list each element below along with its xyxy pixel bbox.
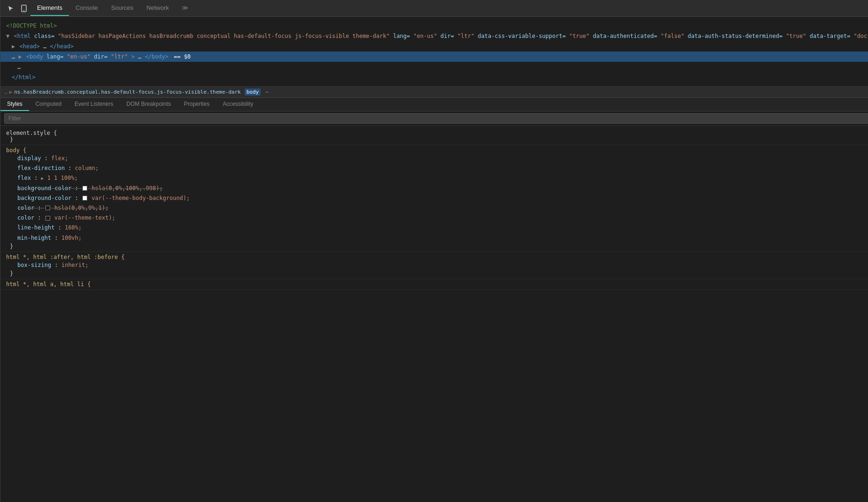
html-star-selector-text[interactable]: html *, html :after, html :before { <box>6 254 125 260</box>
dom-html-data-auth-status-attr: data-auth-status-determined= <box>688 33 782 39</box>
style-color-old-prop: color <box>17 205 34 211</box>
dom-body-lang-attr: lang= <box>46 53 63 60</box>
dom-doctype-line[interactable]: <!DOCTYPE html> <box>0 21 868 31</box>
style-min-height-val: 100vh; <box>61 235 82 241</box>
dom-html-close-tag: </html> <box>12 74 36 81</box>
tab-more[interactable]: ≫ <box>175 0 195 16</box>
style-flex-val: 1 1 100%; <box>47 175 78 181</box>
dom-html-expand[interactable]: ▼ <box>6 33 9 39</box>
style-box-sizing-colon: : <box>54 262 61 268</box>
dom-body-eq-marker: == $0 <box>174 53 191 60</box>
element-style-selector-text[interactable]: element.style { <box>6 130 57 136</box>
styles-area[interactable]: element.style { } body { site-ltr.css:53… <box>0 126 868 502</box>
color-new-swatch[interactable] <box>45 216 50 221</box>
style-color-old-line: color : hsla(0,0%,9%,1); <box>6 203 868 213</box>
filter-bar: :hov .cls + ◫ <box>0 111 868 126</box>
html-a-li-selector: html *, html a, html li { site-ltr.css:4… <box>6 281 868 288</box>
style-display-colon: : <box>45 155 51 162</box>
filter-input[interactable] <box>4 113 868 124</box>
style-min-height-line: min-height : 100vh; <box>6 233 868 243</box>
style-color-new-prop: color <box>17 214 34 221</box>
styles-tab-bar: Styles Computed Event Listeners DOM Brea… <box>0 98 868 111</box>
style-bg-color-new-line: background-color : var(--theme-body-back… <box>6 193 868 203</box>
dom-body-lang-val: "en-us" <box>67 53 91 60</box>
dom-html-data-auth-attr: data-authenticated= <box>593 33 657 39</box>
devtools-tab-list: Elements Console Sources Network ≫ <box>30 0 868 16</box>
styles-tab-dom-breakpoints[interactable]: DOM Breakpoints <box>120 98 178 111</box>
html-star-rule: html *, html :after, html :before { site… <box>0 252 868 279</box>
mobile-icon <box>21 5 27 12</box>
devtools-panel: Elements Console Sources Network ≫ ⚠ 1 ⚙… <box>0 0 868 502</box>
dom-ellipsis-text: … <box>17 64 21 70</box>
styles-tab-accessibility[interactable]: Accessibility <box>216 98 260 111</box>
dom-body-expand[interactable]: ▶ <box>18 53 22 60</box>
dom-head-line[interactable]: ▶ <head> … </head> <box>0 41 868 52</box>
dom-html-tag: <html <box>14 33 30 39</box>
dom-body-line[interactable]: … ▶ <body lang= "en-us" dir= "ltr" > … <… <box>0 52 868 62</box>
html-star-selector: html *, html :after, html :before { site… <box>6 254 868 260</box>
style-flex-line: flex : ▶ 1 1 100%; <box>6 173 868 183</box>
dom-html-lang-val: "en-us" <box>413 33 437 39</box>
dom-html-close-line[interactable]: </html> <box>0 72 868 82</box>
cursor-icon-btn[interactable] <box>4 2 17 15</box>
dom-html-class-attr: class= <box>34 33 54 39</box>
flex-expand-arrow[interactable]: ▶ <box>41 176 44 181</box>
style-line-height-val: 160%; <box>65 224 82 231</box>
style-flex-colon: : <box>34 175 41 181</box>
styles-tab-computed[interactable]: Computed <box>29 98 68 111</box>
styles-tab-styles[interactable]: Styles <box>0 98 29 111</box>
style-bg-new-val: var(--theme-body-background); <box>92 195 190 201</box>
style-bg-color-old-line: background-color : hsla(0,0%,100%,.998); <box>6 184 868 193</box>
dom-head-tag: <head> <box>19 43 39 50</box>
tab-console[interactable]: Console <box>69 0 105 16</box>
dom-body-tag: <body <box>26 53 43 60</box>
bg-new-swatch[interactable] <box>82 196 87 200</box>
dom-tree[interactable]: <!DOCTYPE html> ▼ <html class= "hasSideb… <box>0 17 868 87</box>
styles-tab-properties[interactable]: Properties <box>177 98 216 111</box>
body-style-selector: body { site-ltr.css:5318 <box>6 147 868 154</box>
html-a-li-selector-text[interactable]: html *, html a, html li { <box>6 281 91 288</box>
style-color-old-val: hsla(0,0%,9%,1); <box>54 205 109 211</box>
styles-tab-event-listeners[interactable]: Event Listeners <box>68 98 120 111</box>
dom-html-data-target-attr: data-target= <box>809 33 850 39</box>
dom-bc-class-item[interactable]: ns.hasBreadcrumb.conceptual.has-default-… <box>14 89 240 95</box>
style-box-sizing-prop: box-sizing <box>17 262 51 268</box>
dom-html-data-css-val: "true" <box>569 33 589 39</box>
dom-html-data-target-val: "docs" <box>853 33 868 39</box>
tab-elements[interactable]: Elements <box>30 0 69 16</box>
dom-body-close-bracket: > <box>131 53 135 60</box>
dom-body-dir-val: "ltr" <box>111 53 128 60</box>
body-selector-text[interactable]: body { <box>6 147 26 154</box>
style-display-val: flex; <box>51 155 68 162</box>
style-min-height-colon: : <box>54 235 61 241</box>
style-line-height-prop: line-height <box>17 224 54 231</box>
style-color-new-line: color : var(--theme-text); <box>6 213 868 223</box>
dom-html-dir-val: "ltr" <box>457 33 474 39</box>
style-min-height-prop: min-height <box>17 235 51 241</box>
svg-point-1 <box>23 10 24 11</box>
style-bg-new-prop: background-color <box>17 195 72 201</box>
body-style-rule: body { site-ltr.css:5318 display : flex;… <box>0 145 868 252</box>
mobile-icon-btn[interactable] <box>17 2 30 15</box>
dom-html-line[interactable]: ▼ <html class= "hasSidebar hasPageAction… <box>0 31 868 41</box>
style-color-old-colon: : <box>37 205 44 211</box>
style-bg-old-prop: background-color <box>17 185 72 192</box>
tab-network[interactable]: Network <box>140 0 176 16</box>
dom-html-class-val: "hasSidebar hasPageActions hasBreadcrumb… <box>58 33 389 39</box>
style-line-height-line: line-height : 160%; <box>6 223 868 233</box>
dom-head-expand[interactable]: ▶ <box>12 43 15 50</box>
dom-bc-expand-btn[interactable]: ⋯ <box>265 89 269 95</box>
style-display-line: display : flex; <box>6 154 868 163</box>
color-old-swatch[interactable] <box>45 206 50 210</box>
style-bg-old-colon: : <box>75 185 82 192</box>
bg-old-swatch[interactable] <box>82 186 87 191</box>
dom-html-lang-attr: lang= <box>393 33 410 39</box>
dom-doctype-text: <!DOCTYPE html> <box>6 22 57 29</box>
style-color-new-val: var(--theme-text); <box>54 214 115 221</box>
style-flex-direction-val: column; <box>75 165 99 171</box>
dom-bc-body-item[interactable]: body <box>245 89 261 96</box>
style-bg-new-colon: : <box>75 195 82 201</box>
style-line-height-colon: : <box>58 224 65 231</box>
tab-sources[interactable]: Sources <box>105 0 140 16</box>
dom-ellipsis-line[interactable]: … <box>0 62 868 72</box>
